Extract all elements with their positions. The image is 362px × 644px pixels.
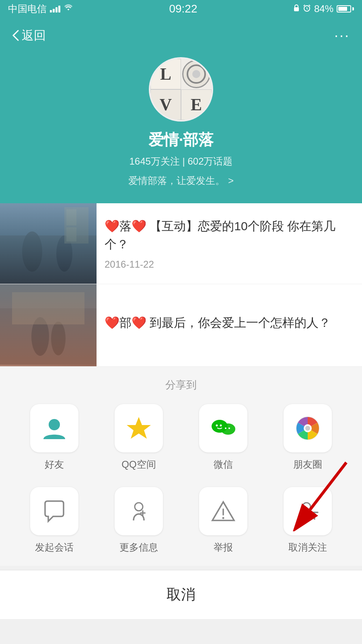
share-wechat-label: 微信 xyxy=(214,458,233,471)
avatar-cell-e: E xyxy=(181,89,212,120)
svg-rect-5 xyxy=(0,235,97,284)
svg-point-23 xyxy=(228,427,230,429)
profile-stats: 1645万关注 | 602万话题 xyxy=(129,155,232,168)
share-report-label: 举报 xyxy=(214,541,233,554)
post-thumb-2 xyxy=(0,284,97,366)
post-info-1: ❤️落❤️ 【互动】恋爱的10个阶段 你在第几个？ 2016-11-22 xyxy=(97,203,362,284)
share-info-label: 更多信息 xyxy=(119,541,158,554)
svg-point-6 xyxy=(22,231,42,272)
svg-point-3 xyxy=(192,70,200,78)
post-date-1: 2016-11-22 xyxy=(105,259,354,270)
svg-point-16 xyxy=(49,419,60,430)
profile-description[interactable]: 爱情部落，让爱发生。 > xyxy=(128,174,234,187)
share-sheet: 分享到 好友 QQ空间 xyxy=(0,367,362,566)
battery-text: 84% xyxy=(314,3,333,14)
share-report[interactable]: 举报 xyxy=(199,487,247,554)
profile-desc-arrow: > xyxy=(228,175,234,186)
share-wechat-icon-box xyxy=(199,404,247,452)
avatar-cell-l: L xyxy=(150,59,181,89)
svg-point-19 xyxy=(221,423,235,435)
share-qq[interactable]: QQ空间 xyxy=(115,404,163,471)
content-list: ❤️落❤️ 【互动】恋爱的10个阶段 你在第几个？ 2016-11-22 ❤️部… xyxy=(0,203,362,367)
cancel-button[interactable]: 取消 xyxy=(0,570,362,619)
post-title-2: ❤️部❤️ 到最后，你会爱上一个怎样的人？ xyxy=(105,314,354,332)
share-friend-label: 好友 xyxy=(45,458,64,471)
svg-point-13 xyxy=(31,317,49,356)
avatar-cell-o xyxy=(182,60,210,88)
svg-point-22 xyxy=(225,427,226,429)
svg-rect-10 xyxy=(66,227,76,242)
svg-rect-15 xyxy=(12,292,84,324)
post-thumb-1 xyxy=(0,203,97,284)
status-time: 09:22 xyxy=(169,2,197,15)
share-friend-icon-box xyxy=(30,404,78,452)
share-unfollow-label: 取消关注 xyxy=(288,541,327,554)
lock-icon xyxy=(293,3,300,14)
share-moments-icon-box xyxy=(284,404,332,452)
svg-marker-17 xyxy=(127,417,151,439)
post-item-2[interactable]: ❤️部❤️ 到最后，你会爱上一个怎样的人？ xyxy=(0,284,362,367)
share-row-2: 发起会话 更多信息 举报 xyxy=(0,483,362,566)
share-unfollow-icon-box xyxy=(284,487,332,535)
share-friend[interactable]: 好友 xyxy=(30,404,78,471)
share-title: 分享到 xyxy=(0,367,362,396)
share-moments-label: 朋友圈 xyxy=(293,458,322,471)
svg-rect-11 xyxy=(0,284,97,365)
profile-desc-text: 爱情部落，让爱发生。 xyxy=(128,174,225,187)
carrier-text: 中国电信 xyxy=(8,2,47,15)
svg-point-7 xyxy=(56,235,72,272)
status-right: 84% xyxy=(293,3,354,14)
profile-header: L V E 爱情·部落 1645万关注 | 602万话题 爱情部落，让爱发生。 … xyxy=(0,53,362,203)
profile-name: 爱情·部落 xyxy=(148,130,214,150)
avatar: L V E xyxy=(149,57,213,122)
share-chat-label: 发起会话 xyxy=(35,541,74,554)
svg-rect-0 xyxy=(294,7,299,11)
post-item-1[interactable]: ❤️落❤️ 【互动】恋爱的10个阶段 你在第几个？ 2016-11-22 xyxy=(0,203,362,284)
avatar-cell-v: V xyxy=(150,89,181,120)
share-moments[interactable]: 朋友圈 xyxy=(284,404,332,471)
back-button[interactable]: 返回 xyxy=(12,27,46,44)
post-title-1: ❤️落❤️ 【互动】恋爱的10个阶段 你在第几个？ xyxy=(105,217,354,253)
back-label: 返回 xyxy=(22,27,46,44)
post-info-2: ❤️部❤️ 到最后，你会爱上一个怎样的人？ xyxy=(97,284,362,366)
svg-rect-9 xyxy=(66,209,76,225)
svg-point-32 xyxy=(302,503,311,511)
svg-rect-29 xyxy=(142,510,144,516)
share-info[interactable]: 更多信息 xyxy=(115,487,163,554)
nav-bar: 返回 ··· xyxy=(0,18,362,53)
status-bar: 中国电信 09:22 xyxy=(0,0,362,18)
share-wechat[interactable]: 微信 xyxy=(199,404,247,471)
share-unfollow[interactable]: 取消关注 xyxy=(284,487,332,554)
alarm-icon xyxy=(303,3,311,14)
svg-point-20 xyxy=(216,425,218,427)
more-button[interactable]: ··· xyxy=(334,27,350,44)
svg-rect-4 xyxy=(0,203,97,284)
battery-icon xyxy=(337,5,354,12)
share-chat-icon-box xyxy=(30,487,78,535)
share-row-1: 好友 QQ空间 xyxy=(0,396,362,483)
share-qq-icon-box xyxy=(115,404,163,452)
svg-point-14 xyxy=(51,322,66,355)
share-qq-label: QQ空间 xyxy=(121,458,156,471)
signal-bars xyxy=(50,6,60,12)
svg-point-26 xyxy=(305,426,310,431)
share-info-icon-box xyxy=(115,487,163,535)
svg-point-31 xyxy=(222,517,224,519)
share-chat[interactable]: 发起会话 xyxy=(30,487,78,554)
svg-rect-12 xyxy=(0,308,97,365)
svg-point-27 xyxy=(135,503,143,511)
status-left: 中国电信 xyxy=(8,2,73,15)
svg-rect-8 xyxy=(64,207,88,244)
wifi-icon xyxy=(64,3,73,14)
share-report-icon-box xyxy=(199,487,247,535)
svg-point-21 xyxy=(220,425,222,427)
